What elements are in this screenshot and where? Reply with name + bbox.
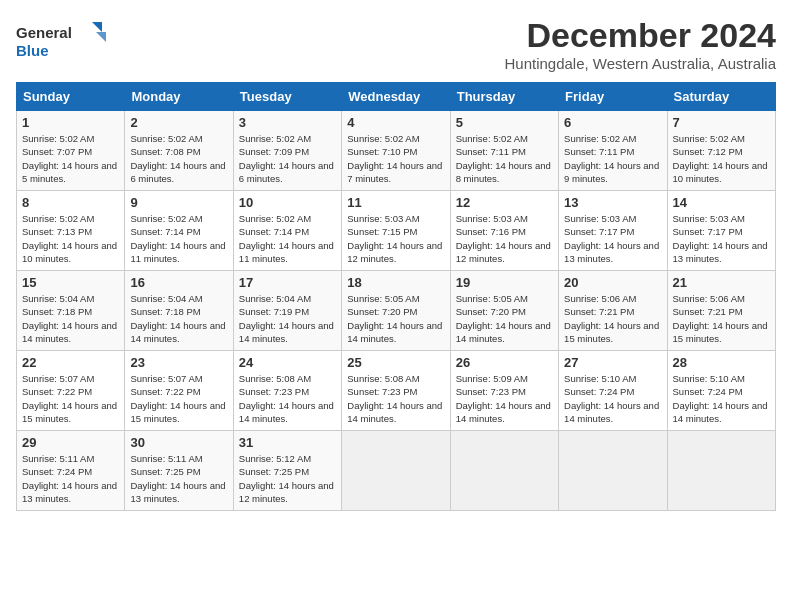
title-block: December 2024 Huntingdale, Western Austr… <box>504 16 776 72</box>
day-number: 13 <box>564 195 661 210</box>
day-number: 21 <box>673 275 770 290</box>
day-number: 11 <box>347 195 444 210</box>
calendar-week-row: 15 Sunrise: 5:04 AM Sunset: 7:18 PM Dayl… <box>17 271 776 351</box>
day-number: 14 <box>673 195 770 210</box>
table-row: 28 Sunrise: 5:10 AM Sunset: 7:24 PM Dayl… <box>667 351 775 431</box>
day-number: 22 <box>22 355 119 370</box>
day-number: 26 <box>456 355 553 370</box>
day-info: Sunrise: 5:04 AM Sunset: 7:18 PM Dayligh… <box>22 292 119 345</box>
table-row: 7 Sunrise: 5:02 AM Sunset: 7:12 PM Dayli… <box>667 111 775 191</box>
day-number: 5 <box>456 115 553 130</box>
table-row: 30 Sunrise: 5:11 AM Sunset: 7:25 PM Dayl… <box>125 431 233 511</box>
day-number: 31 <box>239 435 336 450</box>
day-number: 17 <box>239 275 336 290</box>
table-row: 4 Sunrise: 5:02 AM Sunset: 7:10 PM Dayli… <box>342 111 450 191</box>
day-info: Sunrise: 5:10 AM Sunset: 7:24 PM Dayligh… <box>673 372 770 425</box>
col-monday: Monday <box>125 83 233 111</box>
table-row: 2 Sunrise: 5:02 AM Sunset: 7:08 PM Dayli… <box>125 111 233 191</box>
day-number: 23 <box>130 355 227 370</box>
col-sunday: Sunday <box>17 83 125 111</box>
table-row: 11 Sunrise: 5:03 AM Sunset: 7:15 PM Dayl… <box>342 191 450 271</box>
table-row <box>450 431 558 511</box>
day-info: Sunrise: 5:04 AM Sunset: 7:18 PM Dayligh… <box>130 292 227 345</box>
table-row: 13 Sunrise: 5:03 AM Sunset: 7:17 PM Dayl… <box>559 191 667 271</box>
day-info: Sunrise: 5:02 AM Sunset: 7:13 PM Dayligh… <box>22 212 119 265</box>
logo-block: General Blue <box>16 20 106 64</box>
day-number: 19 <box>456 275 553 290</box>
day-info: Sunrise: 5:06 AM Sunset: 7:21 PM Dayligh… <box>673 292 770 345</box>
table-row: 17 Sunrise: 5:04 AM Sunset: 7:19 PM Dayl… <box>233 271 341 351</box>
day-info: Sunrise: 5:11 AM Sunset: 7:25 PM Dayligh… <box>130 452 227 505</box>
day-info: Sunrise: 5:07 AM Sunset: 7:22 PM Dayligh… <box>22 372 119 425</box>
day-number: 20 <box>564 275 661 290</box>
day-info: Sunrise: 5:04 AM Sunset: 7:19 PM Dayligh… <box>239 292 336 345</box>
table-row: 26 Sunrise: 5:09 AM Sunset: 7:23 PM Dayl… <box>450 351 558 431</box>
day-info: Sunrise: 5:05 AM Sunset: 7:20 PM Dayligh… <box>347 292 444 345</box>
day-info: Sunrise: 5:08 AM Sunset: 7:23 PM Dayligh… <box>239 372 336 425</box>
day-number: 6 <box>564 115 661 130</box>
day-info: Sunrise: 5:11 AM Sunset: 7:24 PM Dayligh… <box>22 452 119 505</box>
day-number: 3 <box>239 115 336 130</box>
table-row: 15 Sunrise: 5:04 AM Sunset: 7:18 PM Dayl… <box>17 271 125 351</box>
day-info: Sunrise: 5:02 AM Sunset: 7:07 PM Dayligh… <box>22 132 119 185</box>
table-row: 27 Sunrise: 5:10 AM Sunset: 7:24 PM Dayl… <box>559 351 667 431</box>
day-number: 12 <box>456 195 553 210</box>
calendar-table: Sunday Monday Tuesday Wednesday Thursday… <box>16 82 776 511</box>
col-friday: Friday <box>559 83 667 111</box>
calendar-week-row: 8 Sunrise: 5:02 AM Sunset: 7:13 PM Dayli… <box>17 191 776 271</box>
day-number: 4 <box>347 115 444 130</box>
table-row: 31 Sunrise: 5:12 AM Sunset: 7:25 PM Dayl… <box>233 431 341 511</box>
day-info: Sunrise: 5:02 AM Sunset: 7:10 PM Dayligh… <box>347 132 444 185</box>
day-info: Sunrise: 5:06 AM Sunset: 7:21 PM Dayligh… <box>564 292 661 345</box>
logo-svg: General Blue <box>16 20 106 64</box>
day-info: Sunrise: 5:03 AM Sunset: 7:15 PM Dayligh… <box>347 212 444 265</box>
col-saturday: Saturday <box>667 83 775 111</box>
day-number: 10 <box>239 195 336 210</box>
table-row: 10 Sunrise: 5:02 AM Sunset: 7:14 PM Dayl… <box>233 191 341 271</box>
table-row: 3 Sunrise: 5:02 AM Sunset: 7:09 PM Dayli… <box>233 111 341 191</box>
day-info: Sunrise: 5:02 AM Sunset: 7:14 PM Dayligh… <box>130 212 227 265</box>
day-number: 24 <box>239 355 336 370</box>
table-row: 12 Sunrise: 5:03 AM Sunset: 7:16 PM Dayl… <box>450 191 558 271</box>
svg-marker-6 <box>92 22 102 32</box>
day-number: 16 <box>130 275 227 290</box>
table-row: 14 Sunrise: 5:03 AM Sunset: 7:17 PM Dayl… <box>667 191 775 271</box>
day-info: Sunrise: 5:02 AM Sunset: 7:09 PM Dayligh… <box>239 132 336 185</box>
day-number: 8 <box>22 195 119 210</box>
day-info: Sunrise: 5:05 AM Sunset: 7:20 PM Dayligh… <box>456 292 553 345</box>
location-subtitle: Huntingdale, Western Australia, Australi… <box>504 55 776 72</box>
day-number: 28 <box>673 355 770 370</box>
calendar-week-row: 1 Sunrise: 5:02 AM Sunset: 7:07 PM Dayli… <box>17 111 776 191</box>
table-row: 22 Sunrise: 5:07 AM Sunset: 7:22 PM Dayl… <box>17 351 125 431</box>
day-number: 25 <box>347 355 444 370</box>
day-number: 2 <box>130 115 227 130</box>
table-row <box>342 431 450 511</box>
col-tuesday: Tuesday <box>233 83 341 111</box>
table-row: 20 Sunrise: 5:06 AM Sunset: 7:21 PM Dayl… <box>559 271 667 351</box>
table-row: 6 Sunrise: 5:02 AM Sunset: 7:11 PM Dayli… <box>559 111 667 191</box>
day-info: Sunrise: 5:02 AM Sunset: 7:14 PM Dayligh… <box>239 212 336 265</box>
day-info: Sunrise: 5:02 AM Sunset: 7:08 PM Dayligh… <box>130 132 227 185</box>
day-info: Sunrise: 5:03 AM Sunset: 7:17 PM Dayligh… <box>673 212 770 265</box>
day-number: 15 <box>22 275 119 290</box>
table-row: 16 Sunrise: 5:04 AM Sunset: 7:18 PM Dayl… <box>125 271 233 351</box>
table-row: 1 Sunrise: 5:02 AM Sunset: 7:07 PM Dayli… <box>17 111 125 191</box>
calendar-week-row: 22 Sunrise: 5:07 AM Sunset: 7:22 PM Dayl… <box>17 351 776 431</box>
header-row: Sunday Monday Tuesday Wednesday Thursday… <box>17 83 776 111</box>
svg-text:Blue: Blue <box>16 42 49 59</box>
table-row: 25 Sunrise: 5:08 AM Sunset: 7:23 PM Dayl… <box>342 351 450 431</box>
day-number: 9 <box>130 195 227 210</box>
table-row: 8 Sunrise: 5:02 AM Sunset: 7:13 PM Dayli… <box>17 191 125 271</box>
day-number: 30 <box>130 435 227 450</box>
svg-text:General: General <box>16 24 72 41</box>
calendar-week-row: 29 Sunrise: 5:11 AM Sunset: 7:24 PM Dayl… <box>17 431 776 511</box>
day-info: Sunrise: 5:10 AM Sunset: 7:24 PM Dayligh… <box>564 372 661 425</box>
table-row: 23 Sunrise: 5:07 AM Sunset: 7:22 PM Dayl… <box>125 351 233 431</box>
day-number: 7 <box>673 115 770 130</box>
table-row: 29 Sunrise: 5:11 AM Sunset: 7:24 PM Dayl… <box>17 431 125 511</box>
day-number: 27 <box>564 355 661 370</box>
day-info: Sunrise: 5:12 AM Sunset: 7:25 PM Dayligh… <box>239 452 336 505</box>
day-info: Sunrise: 5:02 AM Sunset: 7:11 PM Dayligh… <box>564 132 661 185</box>
table-row <box>667 431 775 511</box>
month-year-title: December 2024 <box>504 16 776 55</box>
